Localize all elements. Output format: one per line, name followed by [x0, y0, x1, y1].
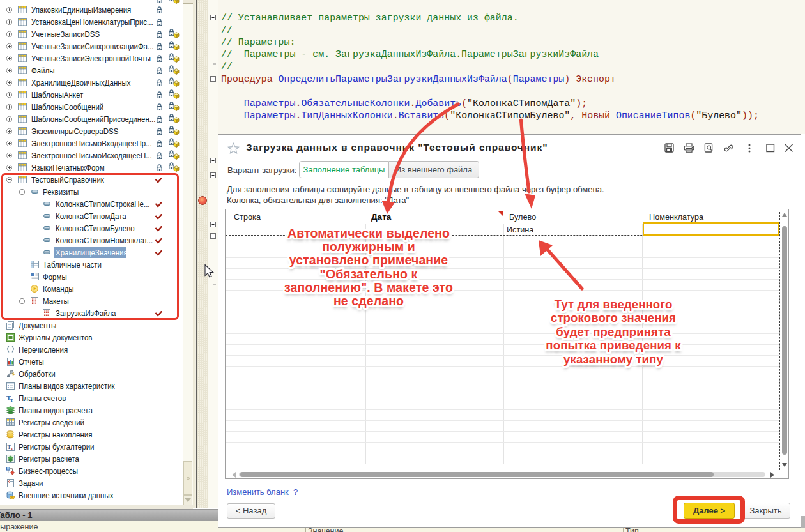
svg-text:т: т [11, 446, 13, 451]
svg-text:т: т [10, 397, 13, 402]
